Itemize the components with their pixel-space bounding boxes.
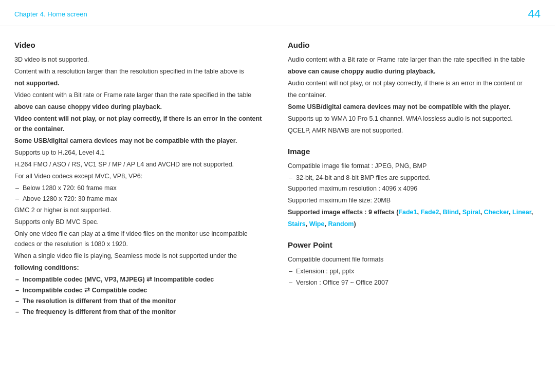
effect-checker: Checker: [484, 209, 509, 216]
video-p11: GMC 2 or higher is not supported.: [14, 205, 267, 215]
effect-fade2: Fade2: [420, 209, 439, 216]
audio-section: Audio Audio content with a Bit rate or F…: [288, 41, 541, 136]
image-effects-line: Supported image effects : 9 effects (Fad…: [288, 207, 541, 217]
video-p8: Supports up to H.264, Level 4.1: [14, 147, 267, 158]
video-p6: Video content will not play, or not play…: [14, 114, 267, 134]
video-bullet-5: The resolution is different from that of…: [14, 296, 267, 307]
header: Chapter 4. Home screen 44: [0, 0, 555, 26]
audio-title: Audio: [288, 41, 541, 49]
effect-blind: Blind: [443, 209, 459, 216]
video-bullet-6: The frequency is different from that of …: [14, 307, 267, 318]
video-p7: Some USB/digital camera devices may not …: [14, 136, 267, 146]
video-p12: Supports only BD MVC Spec.: [14, 217, 267, 227]
effect-wipe: Wipe: [309, 220, 325, 228]
pp-bullet-2: Version : Office 97 ~ Office 2007: [288, 277, 541, 288]
video-p5: above can cause choppy video during play…: [14, 102, 267, 112]
page-container: Chapter 4. Home screen 44 Video 3D video…: [0, 0, 555, 392]
video-p14: When a single video file is playing, Sea…: [14, 251, 267, 261]
video-bullet-4: Incompatible codec ⇄ Compatible codec: [14, 285, 267, 296]
content-area: Video 3D video is not supported. Content…: [0, 26, 555, 340]
video-title: Video: [14, 41, 267, 49]
audio-p4: the container.: [288, 90, 541, 100]
video-bullet-1: Below 1280 x 720: 60 frame max: [14, 183, 267, 194]
right-column: Audio Audio content with a Bit rate or F…: [288, 41, 541, 329]
image-p1: Compatible image file format : JPEG, PNG…: [288, 161, 541, 171]
image-p3: Supported maximum file size: 20MB: [288, 195, 541, 206]
video-p9: H.264 FMO / ASO / RS, VC1 SP / MP / AP L…: [14, 159, 267, 170]
pp-bullet-1: Extension : ppt, pptx: [288, 266, 541, 277]
audio-p5: Some USB/digital camera devices may not …: [288, 102, 541, 112]
video-p13: Only one video file can play at a time i…: [14, 229, 267, 249]
image-p2: Supported maximum resolution : 4096 x 40…: [288, 183, 541, 194]
audio-p3: Audio content will not play, or not play…: [288, 78, 541, 88]
video-p10: For all Video codecs except MVC, VP8, VP…: [14, 171, 267, 181]
left-column: Video 3D video is not supported. Content…: [14, 41, 267, 329]
video-p4: Video content with a Bit rate or Frame r…: [14, 90, 267, 100]
effect-fade1: Fade1: [398, 209, 417, 216]
image-bullet-1: 32-bit, 24-bit and 8-bit BMP files are s…: [288, 173, 541, 183]
effect-linear: Linear: [512, 209, 531, 216]
video-section: Video 3D video is not supported. Content…: [14, 41, 267, 318]
audio-p6: Supports up to WMA 10 Pro 5.1 channel. W…: [288, 114, 541, 124]
audio-p7: QCELP, AMR NB/WB are not supported.: [288, 125, 541, 136]
image-section: Image Compatible image file format : JPE…: [288, 147, 541, 229]
video-p1: 3D video is not supported.: [14, 54, 267, 65]
video-p15: following conditions:: [14, 263, 267, 273]
powerpoint-section: Power Point Compatible document file for…: [288, 240, 541, 288]
video-bullet-3: Incompatible codec (MVC, VP3, MJPEG) ⇄ I…: [14, 274, 267, 285]
audio-p2: above can cause choppy audio during play…: [288, 66, 541, 77]
effect-stairs: Stairs: [288, 220, 306, 228]
effect-random: Random: [328, 220, 354, 228]
image-effects-line2: Stairs, Wipe, Random): [288, 219, 541, 229]
video-bullet-2: Above 1280 x 720: 30 frame max: [14, 194, 267, 204]
image-title: Image: [288, 147, 541, 156]
effect-spiral: Spiral: [462, 209, 480, 216]
video-p2: Content with a resolution larger than th…: [14, 66, 267, 77]
breadcrumb: Chapter 4. Home screen: [14, 10, 87, 18]
page-number: 44: [528, 7, 541, 21]
video-p3: not supported.: [14, 78, 267, 88]
powerpoint-title: Power Point: [288, 240, 541, 249]
audio-p1: Audio content with a Bit rate or Frame r…: [288, 54, 541, 65]
pp-p1: Compatible document file formats: [288, 254, 541, 265]
